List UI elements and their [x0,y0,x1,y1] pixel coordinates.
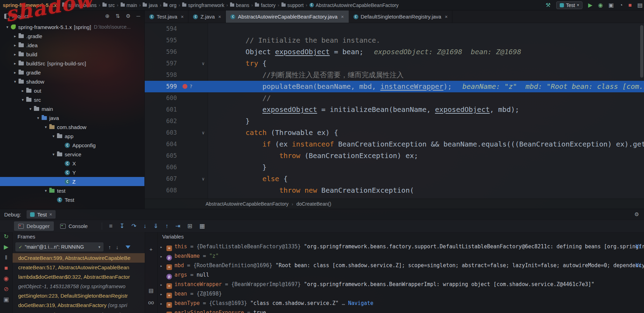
tree-item-main[interactable]: ▾main [0,104,144,113]
line-number[interactable]: 600 [145,92,177,104]
stack-frame[interactable]: createBean:517, AbstractAutowireCapableB… [13,263,145,272]
tree-item-com-shadow[interactable]: ▾com.shadow [0,122,144,131]
variable-row-args[interactable]: pargs = null [157,270,644,280]
tree-item-out[interactable]: ▸out [0,86,144,95]
chevron-down-icon[interactable]: ▾ [43,125,49,129]
locate-file-icon[interactable]: ⊕ [105,13,110,19]
stack-frame[interactable]: getSingleton:223, DefaultSingletonBeanRe… [13,291,145,300]
close-icon[interactable]: × [445,14,448,20]
line-number[interactable]: 608 [145,185,177,196]
chevron-right-icon[interactable]: ▸ [20,88,26,93]
resume-icon[interactable]: ▶ [4,244,8,250]
tree-item-appconfig[interactable]: CAppconfig [0,141,144,150]
settings-grid-icon[interactable]: ▦ [199,222,205,230]
chevron-down-icon[interactable]: ▾ [50,152,57,157]
debug-session-tab[interactable]: Test × [27,210,56,219]
tree-item-buildsrc[interactable]: ▸buildSrc [spring-build-src] [0,59,144,68]
close-icon[interactable]: × [181,14,184,20]
settings-icon[interactable]: ⚙ [635,211,639,218]
variable-row-mbd[interactable]: ▸=mbd = {RootBeanDefinition@1696} "Root … [157,261,644,270]
chevron-down-icon[interactable]: ▾ [4,25,10,29]
view-link[interactable]: Vi [636,242,642,251]
chevron-right-icon[interactable]: ▸ [12,70,18,75]
tree-item-src[interactable]: ▾src [0,95,144,104]
copy-icon[interactable]: ▤ [145,287,157,294]
stack-frame[interactable]: lambda$doGetBean$0:322, AbstractBeanFact… [13,272,145,282]
close-icon[interactable]: × [49,212,52,217]
close-icon[interactable]: × [341,14,344,20]
chevron-down-icon[interactable]: ▾ [35,116,41,120]
chevron-right-icon[interactable]: ▸ [160,280,166,289]
breadcrumb-item-spring-beans[interactable]: spring-beans [62,2,96,8]
editor-breadcrumb-item-abstractautowirecapablebeanfactory[interactable]: AbstractAutowireCapableBeanFactory [206,201,288,207]
fold-icon[interactable]: ∨ [202,127,205,138]
tree-item-test[interactable]: ▾test [0,186,144,195]
tab-defaultsingletonbeanregistry-java[interactable]: CDefaultSingletonBeanRegistry.java× [349,10,453,23]
variable-row-beantype[interactable]: ▸=beanType = {Class@1693} "class com.sha… [157,299,644,308]
tab-console[interactable]: Console [56,221,92,231]
chevron-down-icon[interactable]: ▾ [50,134,57,138]
line-number[interactable]: 602 [145,115,177,127]
chevron-down-icon[interactable]: ▾ [20,98,26,102]
tab-abstractautowirecapablebeanfactory-java[interactable]: CAbstractAutowireCapableBeanFactory.java… [226,10,349,23]
force-step-into-icon[interactable]: ⇓ [153,222,158,230]
line-number[interactable]: 606 [145,162,177,173]
thread-dump-icon[interactable]: ▣ [3,297,9,303]
fold-icon[interactable]: ∨ [202,173,205,185]
filter-icon[interactable] [126,246,130,249]
breadcrumb-item-org[interactable]: org [163,2,176,8]
chevron-down-icon[interactable]: ▾ [43,188,49,193]
run-config-selector[interactable]: Test ▾ [556,1,582,9]
coverage-icon[interactable]: ▣ [608,2,614,8]
pause-icon[interactable]: ‖ [5,255,7,261]
close-icon[interactable]: × [218,14,221,20]
window-layout-icon[interactable]: ▤ [637,2,643,8]
breadcrumb-item-abstractautowirecapablebeanfactory[interactable]: CAbstractAutowireCapableBeanFactory [309,2,399,8]
run-icon[interactable]: ▶ [588,2,592,8]
chevron-right-icon[interactable]: ▸ [12,61,18,66]
tree-item-shadow[interactable]: ▾shadow [0,77,144,86]
breadcrumb-item-factory[interactable]: factory [255,2,276,8]
add-watch-icon[interactable]: + [145,246,157,252]
chevron-right-icon[interactable]: ▸ [12,34,18,38]
tree-item-java[interactable]: ▾java [0,113,144,122]
line-number[interactable]: 599 [145,81,177,92]
breadcrumb-item-beans[interactable]: beans [230,2,249,8]
editor-breadcrumb-item-docreatebean[interactable]: doCreateBean() [296,201,331,207]
variable-row-earlysingletonexposure[interactable]: =earlySingletonExposure = true [157,308,644,313]
line-number[interactable]: 595 [145,35,177,46]
fold-icon[interactable]: ∨ [202,58,205,69]
line-number[interactable]: 607 [145,173,177,185]
editor-scrollbar[interactable] [640,25,643,197]
tab-z-java[interactable]: CZ.java× [188,10,226,23]
line-number[interactable]: 603 [145,127,177,138]
tab-test-java[interactable]: CTest.java× [145,10,188,23]
chevron-right-icon[interactable]: ▸ [12,43,18,48]
rerun-icon[interactable]: ↻ [3,234,8,240]
chevron-down-icon[interactable]: ▾ [12,79,18,84]
stack-frame[interactable]: doGetBean:319, AbstractBeanFactory (org.… [13,300,145,310]
debug-icon[interactable]: ◉ [598,2,603,8]
tree-item-gradle[interactable]: ▸.gradle [0,31,144,41]
tree-item-idea[interactable]: ▸.idea [0,41,144,50]
line-number[interactable]: 596 [145,46,177,58]
variable-row-instancewrapper[interactable]: ▸=instanceWrapper = {BeanWrapperImpl@169… [157,280,644,289]
chevron-right-icon[interactable]: ▸ [160,290,166,299]
stack-frame[interactable]: getBean:199, AbstractBeanFactory (org.sp… [13,310,145,313]
evaluate-expression-icon[interactable]: ⊞ [187,222,192,230]
view-link[interactable]: Vi [636,261,642,270]
chevron-right-icon[interactable]: ▸ [160,242,166,251]
line-number[interactable]: 597 [145,58,177,69]
next-frame-icon[interactable]: ↓ [116,244,119,250]
hide-panel-icon[interactable]: ─ [136,13,140,19]
chevron-right-icon[interactable]: ▸ [160,252,166,261]
variable-row-bean[interactable]: ▸=bean = {Z@1698} [157,289,644,299]
profiler-icon[interactable]: ◔ [620,2,623,8]
layout-menu-icon[interactable]: ≡ [109,223,113,230]
stack-frame[interactable]: getObject:-1, 1453128758 (org.springfram… [13,282,145,291]
tree-item-x[interactable]: CX [0,159,144,168]
stack-frame[interactable]: doCreateBean:599, AbstractAutowireCapabl… [13,253,145,263]
tree-item-z[interactable]: CZ [0,177,144,186]
run-to-cursor-icon[interactable]: ⇥ [176,222,180,230]
collapse-all-icon[interactable]: ⇅ [115,13,120,19]
